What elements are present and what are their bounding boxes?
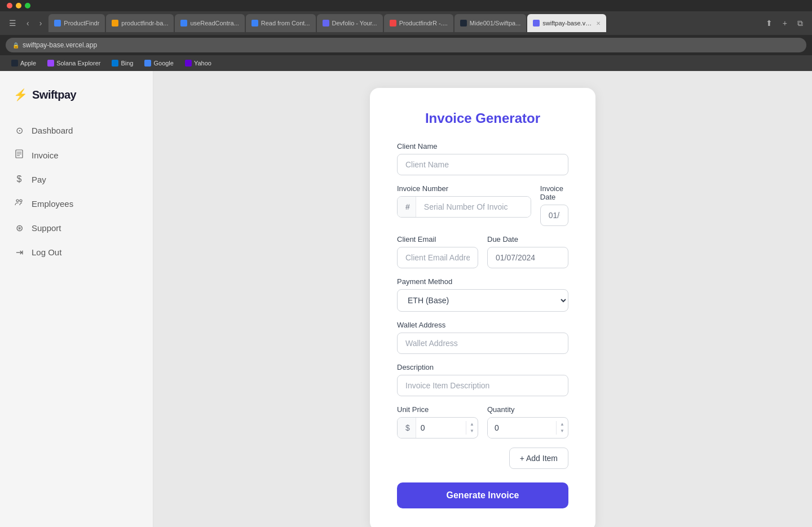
bookmark-yahoo[interactable]: Yahoo: [180, 58, 216, 68]
tab-label-5: Devfolio - Your...: [332, 20, 377, 26]
description-input[interactable]: [397, 375, 568, 396]
unit-price-input-wrapper: $ ▲ ▼: [397, 417, 478, 439]
due-date-input[interactable]: [487, 247, 568, 268]
tab-label-6: ProductfindrR -....: [399, 20, 448, 26]
quantity-spinners: ▲ ▼: [556, 421, 568, 435]
pay-icon: $: [14, 174, 25, 184]
tab-favicon-1: [54, 20, 61, 26]
unit-price-spinners: ▲ ▼: [466, 421, 478, 435]
sidebar-item-logout[interactable]: ⇥ Log Out: [0, 240, 153, 264]
bookmark-favicon-google: [144, 60, 151, 67]
unit-price-increment[interactable]: ▲: [466, 421, 478, 428]
quantity-field[interactable]: [488, 418, 556, 438]
due-date-group: Due Date: [487, 235, 568, 268]
svg-point-5: [20, 200, 22, 202]
browser-tab-5[interactable]: Devfolio - Your...: [317, 14, 383, 32]
bookmark-google[interactable]: Google: [140, 58, 178, 68]
browser-tabs: ProductFindr productfindr-ba... useReadC…: [48, 14, 758, 32]
wallet-address-group: Wallet Address: [397, 321, 568, 354]
logo-text: Swiftpay: [32, 88, 76, 101]
sidebar-item-employees[interactable]: Employees: [0, 191, 153, 216]
sidebar-item-support[interactable]: ⊛ Support: [0, 216, 153, 240]
sidebar-item-invoice[interactable]: Invoice: [0, 143, 153, 167]
browser-tab-3[interactable]: useReadContra...: [175, 14, 244, 32]
support-icon: ⊛: [14, 223, 25, 233]
quantity-increment[interactable]: ▲: [557, 421, 568, 428]
description-label: Description: [397, 363, 568, 371]
quantity-input-wrapper: ▲ ▼: [487, 417, 568, 439]
logout-icon: ⇥: [14, 247, 25, 258]
client-email-due-date-row: Client Email Due Date: [397, 235, 568, 268]
sidebar-item-label-support: Support: [32, 223, 61, 233]
sidebar-toggle-button[interactable]: ☰: [6, 16, 20, 30]
browser-tab-8[interactable]: swiftpay-base.vercel.app ✕: [527, 14, 606, 32]
invoice-date-label: Invoice Date: [540, 184, 568, 201]
browser-tab-6[interactable]: ProductfindrR -....: [384, 14, 453, 32]
unit-price-decrement[interactable]: ▼: [466, 428, 478, 435]
bookmark-label-bing: Bing: [121, 60, 133, 67]
invoice-number-label: Invoice Number: [397, 184, 531, 193]
sidebar-item-dashboard[interactable]: ⊙ Dashboard: [0, 118, 153, 143]
description-group: Description: [397, 363, 568, 396]
browser-action-buttons: ⬆ + ⧉: [762, 16, 806, 30]
tab-favicon-2: [112, 20, 118, 26]
browser-tab-7[interactable]: Mide001/Swiftpa...: [454, 14, 527, 32]
wallet-address-input[interactable]: [397, 333, 568, 354]
quantity-decrement[interactable]: ▼: [557, 428, 568, 435]
invoice-generator-title: Invoice Generator: [397, 110, 568, 126]
svg-point-4: [16, 200, 19, 202]
wallet-address-label: Wallet Address: [397, 321, 568, 329]
bookmark-label-apple: Apple: [20, 60, 36, 67]
browser-tab-bar: ☰ ‹ › ProductFindr productfindr-ba... us…: [0, 11, 812, 35]
back-button[interactable]: ‹: [23, 16, 33, 30]
bookmark-apple[interactable]: Apple: [7, 58, 41, 68]
address-text: swiftpay-base.vercel.app: [23, 41, 97, 49]
bookmark-favicon-solana: [47, 60, 54, 67]
bookmark-label-yahoo: Yahoo: [194, 60, 211, 67]
client-name-label: Client Name: [397, 142, 568, 150]
tab-label-2: productfindr-ba...: [121, 20, 168, 26]
forward-button[interactable]: ›: [36, 16, 46, 30]
bookmark-solana[interactable]: Solana Explorer: [43, 58, 105, 68]
tab-favicon-8: [533, 20, 540, 26]
client-email-input[interactable]: [397, 247, 478, 268]
unit-price-field[interactable]: [416, 418, 466, 438]
browser-tab-2[interactable]: productfindr-ba...: [106, 14, 174, 32]
payment-method-select[interactable]: ETH (Base) USDC (Base) ETH (Ethereum) US…: [397, 289, 568, 312]
tab-favicon-5: [323, 20, 329, 26]
app-container: ⚡ Swiftpay ⊙ Dashboard Invoice $ Pay: [0, 71, 812, 527]
tab-favicon-6: [390, 20, 396, 26]
browser-tab-1[interactable]: ProductFindr: [48, 14, 105, 32]
invoice-number-field[interactable]: [416, 197, 531, 217]
payment-method-label: Payment Method: [397, 277, 568, 286]
tab-close-icon[interactable]: ✕: [596, 20, 601, 26]
maximize-dot[interactable]: [25, 3, 30, 8]
client-name-input[interactable]: [397, 154, 568, 175]
invoice-date-input[interactable]: [540, 205, 568, 226]
minimize-dot[interactable]: [16, 3, 21, 8]
lock-icon: 🔒: [12, 42, 19, 48]
browser-tab-4[interactable]: Read from Cont...: [246, 14, 316, 32]
quantity-label: Quantity: [487, 405, 568, 414]
invoice-number-prefix: #: [398, 197, 416, 217]
bookmark-favicon-yahoo: [185, 60, 192, 67]
bookmark-bing[interactable]: Bing: [107, 58, 138, 68]
invoice-number-group: Invoice Number #: [397, 184, 531, 226]
new-tab-button[interactable]: +: [779, 16, 791, 30]
tab-label-4: Read from Cont...: [261, 20, 310, 26]
window-controls-button[interactable]: ⧉: [794, 16, 806, 30]
sidebar-item-label-dashboard: Dashboard: [32, 126, 73, 135]
close-dot[interactable]: [7, 3, 12, 8]
generate-invoice-button[interactable]: Generate Invoice: [397, 482, 568, 508]
logo: ⚡ Swiftpay: [0, 82, 153, 118]
bookmarks-bar: Apple Solana Explorer Bing Google Yahoo: [0, 55, 812, 71]
share-button[interactable]: ⬆: [762, 16, 776, 30]
tab-label-8: swiftpay-base.vercel.app: [542, 20, 593, 26]
add-item-button[interactable]: + Add Item: [509, 448, 568, 469]
tab-favicon-7: [460, 20, 467, 26]
sidebar-item-pay[interactable]: $ Pay: [0, 167, 153, 191]
main-content: Invoice Generator Client Name Invoice Nu…: [153, 71, 812, 527]
address-bar[interactable]: 🔒 swiftpay-base.vercel.app: [6, 38, 806, 52]
bookmark-label-solana: Solana Explorer: [56, 60, 100, 67]
tab-label-7: Mide001/Swiftpa...: [470, 20, 521, 26]
